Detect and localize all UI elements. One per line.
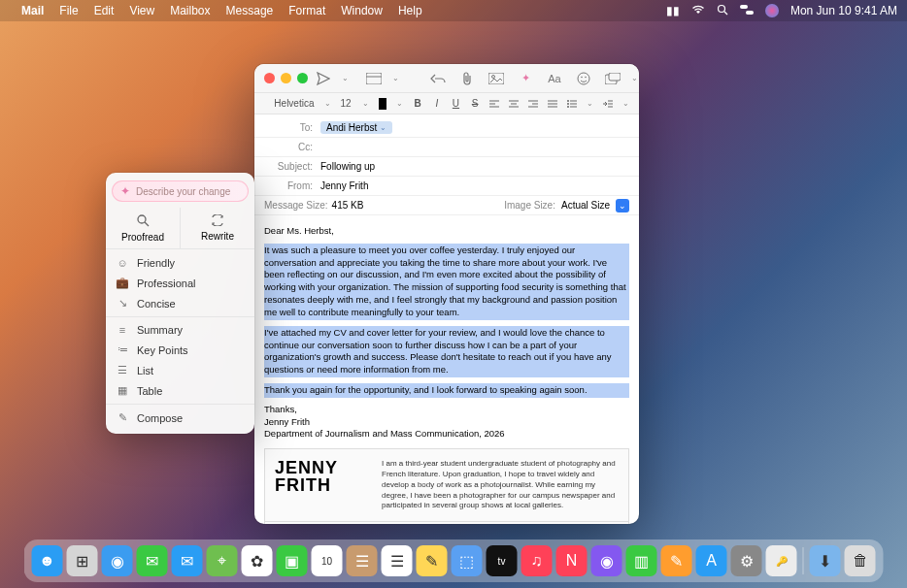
align-justify-button[interactable]	[548, 97, 557, 111]
zoom-button[interactable]	[297, 73, 308, 83]
dock-reminders[interactable]: ☰	[382, 545, 413, 576]
reply-button[interactable]	[430, 71, 446, 86]
strike-button[interactable]: S	[470, 97, 480, 111]
menu-help[interactable]: Help	[398, 4, 422, 17]
dock-notes[interactable]: ✎	[417, 545, 448, 576]
body-sig: Department of Journalism and Mass Commun…	[264, 428, 629, 441]
tone-professional[interactable]: 💼 Professional	[106, 273, 254, 293]
dock-messages[interactable]: ✉	[137, 545, 168, 576]
send-button[interactable]	[316, 71, 331, 86]
align-right-button[interactable]	[528, 97, 538, 111]
battery-icon[interactable]: ▮▮	[666, 4, 680, 17]
image-size-dropdown[interactable]: ⌄	[616, 199, 629, 212]
dock-safari[interactable]: ◉	[102, 545, 133, 576]
proofread-button[interactable]: Proofread	[106, 208, 181, 248]
control-center-icon[interactable]	[740, 4, 754, 17]
body-p1: It was such a pleasure to meet you over …	[264, 244, 629, 320]
writing-tools-button[interactable]: ✦	[518, 71, 533, 86]
indent-right-button[interactable]	[603, 97, 613, 111]
dock-calendar[interactable]: 10	[312, 545, 343, 576]
transform-list[interactable]: ☰ List	[106, 360, 254, 380]
list-button[interactable]	[567, 97, 577, 111]
menubar-datetime[interactable]: Mon Jun 10 9:41 AM	[790, 4, 897, 17]
dock-numbers[interactable]: ▥	[626, 545, 657, 576]
tone-concise[interactable]: ↘ Concise	[106, 293, 254, 313]
friendly-label: Friendly	[137, 257, 175, 269]
bold-button[interactable]: B	[413, 97, 422, 111]
text-color-button[interactable]	[379, 98, 386, 110]
underline-button[interactable]: U	[452, 97, 461, 111]
svg-rect-12	[609, 73, 621, 81]
menu-file[interactable]: File	[59, 4, 78, 17]
dock-app-store[interactable]: A	[696, 545, 727, 576]
briefcase-icon: 💼	[116, 277, 129, 289]
italic-button[interactable]: I	[432, 97, 442, 111]
tone-friendly[interactable]: ☺ Friendly	[106, 253, 254, 273]
minimize-button[interactable]	[281, 73, 291, 83]
spotlight-icon[interactable]	[717, 4, 728, 18]
compose-button[interactable]: ✎ Compose	[106, 408, 254, 428]
align-left-button[interactable]	[489, 97, 499, 111]
keypoints-label: Key Points	[137, 344, 188, 356]
transform-keypoints[interactable]: ≔ Key Points	[106, 340, 254, 360]
chevron-down-icon[interactable]: ⌄	[380, 123, 386, 132]
svg-rect-2	[740, 5, 748, 9]
message-body[interactable]: Dear Ms. Herbst, It was such a pleasure …	[254, 219, 639, 524]
attachment-preview[interactable]: JENNY FRITH I am a third-year student un…	[264, 448, 629, 522]
format-button[interactable]: Aa	[547, 71, 562, 86]
dock-photos[interactable]: ✿	[242, 545, 273, 576]
wifi-icon[interactable]	[691, 4, 705, 17]
menu-app[interactable]: Mail	[21, 4, 44, 17]
dock-finder[interactable]: ☻	[32, 545, 63, 576]
menu-edit[interactable]: Edit	[94, 4, 115, 17]
dock-maps[interactable]: ⌖	[207, 545, 238, 576]
rewrite-button[interactable]: Rewrite	[181, 208, 254, 248]
dock-freeform[interactable]: ⬚	[452, 545, 483, 576]
menu-message[interactable]: Message	[226, 4, 274, 17]
from-field[interactable]: Jenny Frith	[320, 180, 629, 191]
menu-view[interactable]: View	[129, 4, 154, 17]
dock-pages[interactable]: ✎	[661, 545, 692, 576]
media-browser-button[interactable]	[605, 71, 621, 86]
dock-mail[interactable]: ✉	[172, 545, 203, 576]
dock-facetime[interactable]: ▣	[277, 545, 308, 576]
close-button[interactable]	[264, 73, 275, 83]
professional-label: Professional	[137, 278, 196, 289]
header-fields-button[interactable]	[366, 71, 382, 86]
menu-format[interactable]: Format	[288, 4, 325, 17]
dock-downloads[interactable]: ⬇	[810, 545, 841, 576]
recipient-name: Andi Herbst	[326, 122, 377, 133]
insert-photo-button[interactable]	[488, 71, 504, 86]
dock-settings[interactable]: ⚙	[731, 545, 762, 576]
dock-launchpad[interactable]: ⊞	[67, 545, 98, 576]
font-size-select[interactable]: 12	[341, 98, 353, 109]
attach-button[interactable]	[459, 71, 475, 86]
dock-contacts[interactable]: ☰	[347, 545, 378, 576]
dock-passwords[interactable]: 🔑	[766, 545, 797, 576]
dock-trash[interactable]: 🗑	[845, 545, 876, 576]
emoji-button[interactable]	[576, 71, 591, 86]
to-field[interactable]: Andi Herbst ⌄	[320, 121, 629, 134]
subject-field[interactable]: Following up	[320, 161, 629, 172]
dock-news[interactable]: N	[556, 545, 588, 576]
siri-icon[interactable]	[765, 4, 779, 17]
svg-point-29	[567, 106, 569, 108]
header-dropdown[interactable]: ⌄	[387, 71, 403, 86]
align-center-button[interactable]	[509, 97, 519, 111]
dock-tv[interactable]: tv	[487, 545, 518, 576]
send-dropdown[interactable]: ⌄	[337, 71, 353, 86]
menu-mailbox[interactable]: Mailbox	[170, 4, 210, 17]
recipient-pill[interactable]: Andi Herbst ⌄	[320, 121, 392, 134]
dock-podcasts[interactable]: ◉	[591, 545, 622, 576]
font-family-select[interactable]: Helvetica	[274, 98, 315, 109]
media-dropdown[interactable]: ⌄	[626, 71, 639, 86]
transform-summary[interactable]: ≡ Summary	[106, 320, 254, 340]
transform-table[interactable]: ▦ Table	[106, 380, 254, 401]
body-name: Jenny Frith	[264, 416, 629, 429]
body-greeting: Dear Ms. Herbst,	[264, 225, 629, 238]
dock-separator	[803, 547, 804, 574]
rewrite-icon	[210, 213, 225, 229]
dock-music[interactable]: ♫	[521, 545, 553, 576]
menu-window[interactable]: Window	[341, 4, 383, 17]
describe-change-input[interactable]: ✦ Describe your change	[112, 180, 249, 202]
